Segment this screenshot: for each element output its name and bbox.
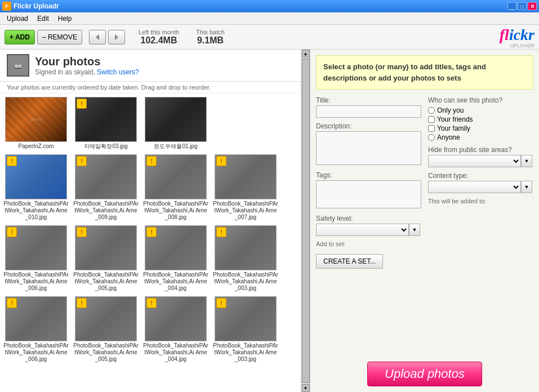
anyone-option[interactable]: Anyone (428, 133, 533, 141)
menu-edit[interactable]: Edit (33, 14, 54, 24)
user-header: Your photos Signed in as skyaid, Switch … (0, 50, 301, 82)
add-to-set-label: Add to set: (316, 240, 421, 247)
photo-name: PhotoBook_TakahashiPArtWork_Takahashi,Ai… (3, 342, 69, 363)
tags-input[interactable] (316, 180, 421, 208)
photo-name: PhotoBook_TakahashiPArtWork_Takahashi,Ai… (73, 342, 139, 363)
list-item[interactable]: ! PhotoBook_TakahashiPArtWork_Takahashi,… (72, 153, 140, 222)
warning-icon: ! (146, 298, 157, 308)
app-icon: F (2, 2, 11, 11)
left-this-month: Left this month 102.4MB (139, 29, 179, 46)
warning-icon: ! (146, 227, 157, 237)
remove-button[interactable]: – REMOVE (37, 30, 82, 44)
maximize-button[interactable]: □ (518, 2, 527, 10)
list-item[interactable]: ! PhotoBook_TakahashiPArtWork_Takahashi,… (142, 224, 210, 293)
list-item[interactable]: ! PhotoBook_TakahashiPArtWork_Takahashi,… (2, 153, 70, 222)
window-title: Flickr Uploadr (14, 2, 59, 10)
description-field-row: Description: (316, 122, 421, 167)
warning-icon: ! (216, 227, 226, 237)
warning-icon: ! (7, 227, 17, 237)
form-two-col: Title: Description: Tags: Safety level: … (316, 96, 533, 269)
warning-icon: ! (146, 156, 157, 166)
add-button[interactable]: + ADD (5, 30, 35, 44)
scroll-up-button[interactable]: ▲ (302, 50, 310, 57)
list-item[interactable]: ! PhotoBook_TakahashiPArtWork_Takahashi,… (212, 153, 279, 222)
list-item[interactable]: ! PhotoBook_TakahashiPArtWork_Takahashi,… (72, 224, 140, 293)
content-select[interactable] (428, 181, 521, 193)
list-item[interactable]: ! 지메일확장03.jpg (72, 96, 140, 151)
form-left-col: Title: Description: Tags: Safety level: … (316, 96, 421, 269)
your-family-checkbox[interactable] (428, 125, 435, 132)
only-you-option[interactable]: Only you (428, 106, 533, 114)
list-item[interactable]: ! PhotoBook_TakahashiPArtWork_Takahashi,… (212, 295, 279, 364)
photo-row: ! PhotoBook_TakahashiPArtWork_Takahashi,… (2, 153, 299, 222)
list-item[interactable]: ! PhotoBook_TakahashiPArtWork_Takahashi,… (142, 153, 210, 222)
photo-thumbnail: ! (75, 225, 137, 270)
list-item[interactable]: photo PaperInZ.com (2, 96, 70, 151)
add-to-set-row: Add to set: (316, 240, 421, 247)
content-dropdown-icon[interactable]: ▼ (521, 181, 532, 193)
photo-thumbnail: ! (75, 296, 137, 341)
list-item[interactable]: ! PhotoBook_TakahashiPArtWork_Takahashi,… (142, 295, 210, 364)
content-type-label: Content type: (428, 172, 533, 180)
your-friends-checkbox[interactable] (428, 116, 435, 123)
your-family-option[interactable]: Your family (428, 124, 533, 132)
scroll-down-button[interactable]: ▼ (302, 384, 310, 392)
photo-order-note: Your photos are currently ordered by dat… (0, 82, 301, 93)
photo-thumbnail (145, 97, 207, 142)
menu-upload[interactable]: Upload (2, 14, 33, 24)
list-item[interactable]: ! PhotoBook_TakahashiPArtWork_Takahashi,… (212, 224, 279, 293)
safety-dropdown-icon[interactable]: ▼ (409, 224, 420, 236)
svg-marker-0 (96, 34, 99, 40)
hide-dropdown-icon[interactable]: ▼ (521, 155, 532, 167)
photo-name: 지메일확장03.jpg (84, 143, 127, 150)
safety-select[interactable] (316, 224, 409, 236)
stats-area: Left this month 102.4MB This batch 9.1MB (139, 29, 225, 46)
this-added-to-row: This will be added to: (428, 198, 533, 204)
hide-select[interactable] (428, 155, 521, 167)
list-item[interactable]: ! PhotoBook_TakahashiPArtWork_Takahashi,… (2, 295, 70, 364)
scroll-thumb[interactable] (302, 59, 310, 383)
title-field-row: Title: (316, 96, 421, 118)
who-can-see-row: Who can see this photo? Only you Your fr… (428, 96, 533, 141)
photo-thumbnail: ! (5, 225, 67, 270)
anyone-radio[interactable] (428, 134, 435, 141)
list-item[interactable]: ! PhotoBook_TakahashiPArtWork_Takahashi,… (2, 224, 70, 293)
photo-name: PhotoBook_TakahashiPArtWork_Takahashi,Ai… (143, 271, 208, 292)
photo-row: ! PhotoBook_TakahashiPArtWork_Takahashi,… (2, 224, 299, 293)
description-input[interactable] (316, 131, 421, 165)
photo-thumbnail: ! (75, 154, 137, 199)
photo-row: ! PhotoBook_TakahashiPArtWork_Takahashi,… (2, 295, 299, 364)
photo-thumbnail: ! (5, 296, 67, 341)
title-input[interactable] (316, 105, 421, 118)
create-set-button[interactable]: CREATE A SET... (316, 254, 383, 269)
list-item[interactable]: ! PhotoBook_TakahashiPArtWork_Takahashi,… (72, 295, 140, 364)
your-friends-option[interactable]: Your friends (428, 115, 533, 123)
photo-name: PhotoBook_TakahashiPArtWork_Takahashi,Ai… (73, 201, 139, 221)
photo-name: PaperInZ.com (19, 143, 54, 150)
who-can-see-label: Who can see this photo? (428, 96, 533, 104)
warning-icon: ! (7, 298, 17, 308)
scrollbar[interactable]: ▲ ▼ (301, 50, 310, 392)
photo-grid[interactable]: photo PaperInZ.com ! 지메일확장03.jpg 윈도우애플01… (0, 93, 301, 392)
photo-name: PhotoBook_TakahashiPArtWork_Takahashi,Ai… (3, 201, 69, 221)
hide-from-public-row: Hide from public site areas? ▼ (428, 146, 533, 167)
photo-thumbnail: ! (145, 225, 207, 270)
instruction-box: Select a photo (or many) to add titles, … (316, 55, 533, 90)
warning-icon: ! (77, 298, 87, 308)
list-item[interactable]: 윈도우애플01.jpg (142, 96, 210, 151)
warning-icon: ! (77, 156, 87, 166)
only-you-radio[interactable] (428, 107, 435, 114)
photo-name: PhotoBook_TakahashiPArtWork_Takahashi,Ai… (213, 201, 278, 221)
avatar (7, 54, 29, 77)
back-button[interactable] (89, 30, 106, 44)
forward-button[interactable] (108, 30, 125, 44)
close-button[interactable]: ✕ (528, 2, 537, 10)
menu-help[interactable]: Help (54, 14, 77, 24)
upload-photos-button[interactable]: Upload photos (367, 362, 482, 386)
this-batch: This batch 9.1MB (196, 29, 225, 46)
switch-users-link[interactable]: Switch users? (97, 68, 139, 76)
photo-name: PhotoBook_TakahashiPArtWork_Takahashi,Ai… (143, 201, 208, 221)
photo-name: PhotoBook_TakahashiPArtWork_Takahashi,Ai… (73, 271, 139, 292)
minimize-button[interactable]: _ (507, 2, 516, 10)
left-panel: Your photos Signed in as skyaid, Switch … (0, 50, 301, 392)
